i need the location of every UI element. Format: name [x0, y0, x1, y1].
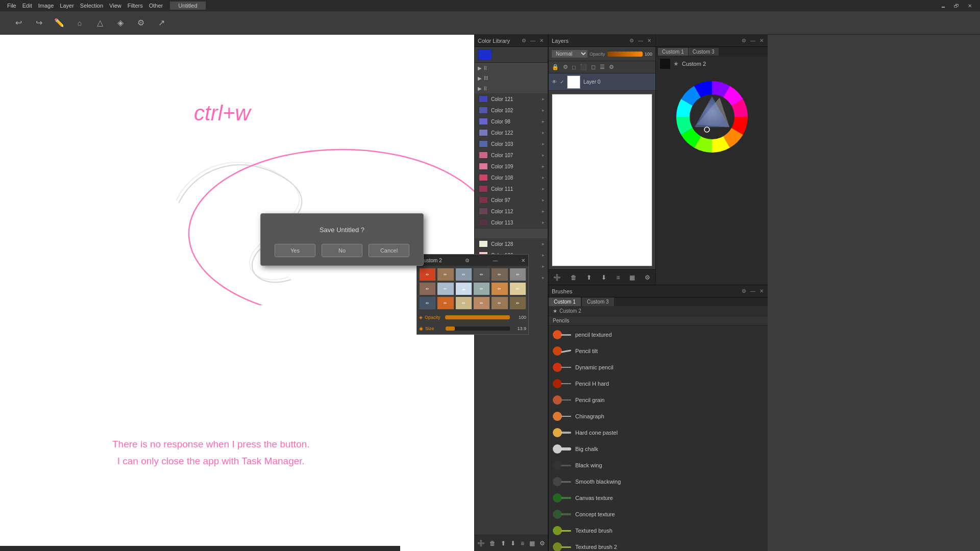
color-item[interactable]: Color 98 ▸	[475, 116, 548, 127]
color-group-2[interactable]: ▶III	[475, 73, 548, 83]
blend-mode-select[interactable]: Normal	[552, 50, 587, 58]
custom2-settings-btn[interactable]: ⚙	[465, 258, 470, 263]
color-lib-settings[interactable]: ⚙	[521, 38, 527, 43]
brushes-close-btn[interactable]: ✕	[758, 288, 765, 294]
color-up-btn[interactable]: ⬆	[501, 540, 506, 547]
brush-item[interactable]: Canvas texture	[549, 490, 768, 506]
cw-close-btn[interactable]: ✕	[758, 38, 765, 43]
c2-brush-cell[interactable]: ✏	[455, 268, 472, 281]
brush-item[interactable]: pencil textured	[549, 327, 768, 343]
brush-item[interactable]: Big chalk	[549, 441, 768, 457]
redo-button[interactable]: ↪	[31, 15, 47, 31]
color-down-btn[interactable]: ⬇	[510, 540, 516, 547]
color-item[interactable]: Color 121 ▸	[475, 93, 548, 105]
color-item[interactable]: Color 122 ▸	[475, 127, 548, 138]
color-group-3[interactable]: ▶II	[475, 83, 548, 93]
menu-other[interactable]: Other	[146, 2, 166, 10]
c2-brush-cell[interactable]: ✏	[509, 296, 526, 310]
layer-up-btn[interactable]: ⬆	[586, 274, 592, 281]
brush-item[interactable]: Hard cone pastel	[549, 424, 768, 441]
layer-del-btn[interactable]: 🗑	[571, 274, 577, 281]
c2-brush-cell[interactable]: ✏	[473, 296, 490, 310]
transform-tool[interactable]: △	[92, 15, 108, 31]
custom2-minimize-btn[interactable]: —	[493, 258, 498, 263]
color-item[interactable]: Color 108 ▸	[475, 172, 548, 183]
fill-tool[interactable]: ◈	[112, 15, 129, 31]
layer-settings-icon[interactable]: ⚙	[563, 64, 568, 70]
layer-list-icon[interactable]: ☰	[600, 64, 605, 70]
layer-menu-btn[interactable]: ≡	[616, 274, 620, 281]
color-item[interactable]: Color 97 ▸	[475, 194, 548, 206]
cw-minimize-btn[interactable]: —	[749, 38, 756, 43]
brush-item[interactable]: Smooth blackwing	[549, 473, 768, 490]
c2-brush-cell[interactable]: ✏	[437, 282, 454, 295]
cw-swatch[interactable]	[660, 59, 670, 69]
color-item[interactable]: Color 128 ▸	[475, 238, 548, 249]
c2-brush-cell[interactable]: ✏	[491, 296, 508, 310]
h-scrollbar[interactable]	[0, 546, 400, 551]
color-menu-btn[interactable]: ≡	[521, 540, 524, 547]
layers-settings-btn[interactable]: ⚙	[628, 38, 635, 43]
brush-item[interactable]: Textured brush 2	[549, 539, 768, 551]
cancel-button[interactable]: Cancel	[369, 244, 409, 257]
brush-item[interactable]: Pencil tilt	[549, 343, 768, 359]
custom2-close-btn[interactable]: ✕	[521, 258, 525, 263]
undo-button[interactable]: ↩	[10, 15, 27, 31]
c2-brush-cell[interactable]: ✏	[455, 296, 472, 310]
brush-item[interactable]: Pencil grain	[549, 392, 768, 408]
menu-filters[interactable]: Filters	[125, 2, 146, 10]
color-item[interactable]: Color 109 ▸	[475, 161, 548, 172]
brush-item[interactable]: Pencil H hard	[549, 375, 768, 392]
brushes-tab-custom3[interactable]: Custom 3	[582, 297, 615, 306]
active-color-swatch[interactable]	[478, 49, 492, 60]
layer-add-btn[interactable]: ➕	[553, 274, 561, 281]
opacity-bar[interactable]	[607, 52, 643, 57]
color-wheel[interactable]	[666, 71, 758, 163]
menu-file[interactable]: File	[4, 2, 19, 10]
menu-layer[interactable]: Layer	[57, 2, 77, 10]
c2-brush-cell[interactable]: ✏	[419, 296, 436, 310]
c2-brush-cell[interactable]: ✏	[437, 296, 454, 310]
c2-brush-cell[interactable]: ✏	[491, 268, 508, 281]
brush-item[interactable]: Textured brush	[549, 522, 768, 539]
yes-button[interactable]: Yes	[275, 244, 315, 257]
color-item[interactable]: Color 111 ▸	[475, 183, 548, 194]
brush-item[interactable]: Concept texture	[549, 506, 768, 522]
c2-brush-cell[interactable]: ☁	[455, 282, 472, 295]
c2-brush-cell[interactable]: ✏	[419, 268, 436, 281]
arrow-tool[interactable]: ↗	[153, 15, 169, 31]
color-grid-btn[interactable]: ▦	[529, 540, 535, 547]
cw-tab-custom1[interactable]: Custom 1	[658, 48, 688, 56]
c2-brush-cell[interactable]: ✏	[437, 268, 454, 281]
c2-brush-cell[interactable]: ✏	[509, 282, 526, 295]
layer-down-btn[interactable]: ⬇	[601, 274, 606, 281]
color-item[interactable]: Color 107 ▸	[475, 149, 548, 161]
brush-item[interactable]: Black wing	[549, 457, 768, 473]
c2-brush-cell[interactable]: ✏	[419, 282, 436, 295]
cw-settings-btn[interactable]: ⚙	[741, 38, 747, 43]
minimize-button[interactable]: 🗕	[937, 1, 949, 10]
layers-minimize-btn[interactable]: —	[637, 38, 644, 43]
opacity-slider[interactable]	[445, 315, 510, 319]
color-group-1[interactable]: ▶II	[475, 63, 548, 73]
layers-close-btn[interactable]: ✕	[646, 38, 652, 43]
lasso-tool[interactable]: ⌂	[71, 15, 88, 31]
layer-clip-icon[interactable]: ⬛	[580, 64, 587, 70]
layer-gear-icon[interactable]: ⚙	[609, 64, 614, 70]
menu-selection[interactable]: Selection	[77, 2, 106, 10]
close-button[interactable]: ✕	[964, 1, 976, 10]
color-lib-close[interactable]: ✕	[538, 38, 545, 43]
layer-grid-btn[interactable]: ▦	[629, 274, 635, 281]
menu-edit[interactable]: Edit	[19, 2, 35, 10]
brush-item[interactable]: Dynamic pencil	[549, 359, 768, 375]
brush-item[interactable]: Chinagraph	[549, 408, 768, 424]
brushes-minimize-btn[interactable]: —	[749, 288, 756, 294]
layer-settings-btn[interactable]: ⚙	[645, 274, 650, 281]
c2-brush-cell[interactable]: ✏	[473, 282, 490, 295]
color-settings-btn[interactable]: ⚙	[540, 540, 545, 547]
color-item[interactable]: Color 112 ▸	[475, 206, 548, 217]
cw-tab-custom3[interactable]: Custom 3	[689, 48, 719, 56]
c2-brush-cell[interactable]: ✏	[473, 268, 490, 281]
menu-view[interactable]: View	[106, 2, 125, 10]
layer-item[interactable]: 👁 ✓ Layer 0	[549, 73, 655, 91]
